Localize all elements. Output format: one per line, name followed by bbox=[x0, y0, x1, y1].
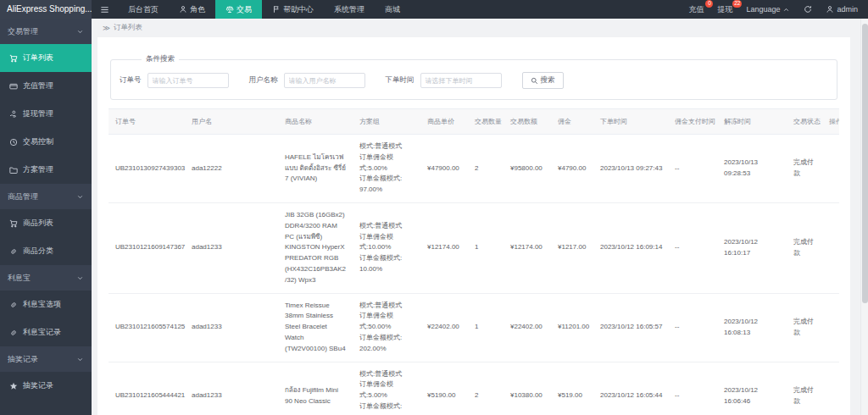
order-no-input[interactable] bbox=[147, 73, 229, 88]
user-menu[interactable]: admin bbox=[826, 5, 858, 14]
order-no-field: 订单号 bbox=[120, 73, 229, 88]
chevron-up-icon bbox=[782, 6, 790, 14]
table-row: UB2310121605444421 adad1233 กล้อง Fujifi… bbox=[108, 362, 839, 415]
link-icon bbox=[9, 329, 18, 337]
sidebar-item-lottery-records[interactable]: 抽奖记录 bbox=[0, 372, 92, 400]
sidebar-group-lottery[interactable]: 抽奖记录 bbox=[0, 346, 92, 372]
username-label: admin bbox=[837, 5, 858, 14]
cell-plan-group: 模式:普通模式 订单佣金模式:5.00% 订单金额模式: 97.00% bbox=[353, 135, 420, 203]
cell-commission: ¥4790.00 bbox=[551, 135, 593, 203]
cell-commission-pay-time: -- bbox=[668, 135, 717, 203]
sidebar-group-interest[interactable]: 利息宝 bbox=[0, 265, 92, 290]
order-time-field: 下单时间 bbox=[386, 73, 502, 88]
nav-item-system[interactable]: 系统管理 bbox=[324, 0, 375, 19]
language-dropdown[interactable]: Language bbox=[746, 5, 790, 14]
withdraw-link[interactable]: 提现 22 bbox=[717, 4, 732, 15]
nav-item-home[interactable]: 后台首页 bbox=[118, 0, 169, 19]
search-fieldset: 条件搜索 订单号 用户名称 下单时间 搜索 bbox=[110, 54, 837, 100]
sidebar-group-trade[interactable]: 交易管理 bbox=[0, 19, 92, 44]
cell-commission: ¥11201.00 bbox=[551, 293, 593, 362]
sidebar-item-interest-options[interactable]: 利息宝选项 bbox=[0, 290, 92, 318]
col-product-name: 商品名称 bbox=[278, 109, 353, 135]
cell-product-name: HAFELE ไมโครเวฟแบบ ติดตั้งอิสระ ซีรี่ย์ … bbox=[278, 135, 353, 203]
search-legend: 条件搜索 bbox=[142, 54, 179, 64]
order-table-header: 订单号 用户名 商品名称 方案组 商品单价 交易数量 交易数额 佣金 下单时间 … bbox=[108, 109, 839, 135]
col-username: 用户名 bbox=[185, 109, 278, 135]
cell-quantity: 1 bbox=[468, 202, 504, 293]
cell-action bbox=[822, 293, 839, 362]
username-input[interactable] bbox=[284, 73, 365, 88]
sidebar-item-product-list[interactable]: 商品列表 bbox=[0, 209, 92, 237]
col-commission: 佣金 bbox=[551, 109, 593, 135]
hamburger-icon bbox=[100, 5, 109, 14]
sidebar-item-recharge[interactable]: 充值管理 bbox=[0, 72, 92, 100]
nav-item-help-center[interactable]: 帮助中心 bbox=[262, 0, 324, 19]
cell-quantity: 1 bbox=[468, 293, 504, 362]
chevron-down-icon bbox=[76, 28, 84, 36]
cell-plan-group: 模式:普通模式 订单佣金模式:5.00% 订单金额模式: 97.00% bbox=[353, 362, 420, 415]
cell-unfreeze-time: 2023/10/12 16:10:17 bbox=[717, 202, 787, 293]
page-scrollbar[interactable] bbox=[860, 19, 868, 415]
app-logo: AliExpress Shopping... bbox=[0, 0, 92, 19]
cell-username: adad1233 bbox=[185, 293, 278, 362]
col-action: 操作 bbox=[822, 109, 839, 135]
cell-commission-pay-time: -- bbox=[668, 293, 717, 362]
table-row: UB2310130927439303 ada12222 HAFELE ไมโคร… bbox=[108, 135, 839, 203]
sidebar-item-trade-control[interactable]: 交易控制 bbox=[0, 128, 92, 156]
cell-order-time: 2023/10/13 09:27:43 bbox=[593, 135, 668, 203]
col-unfreeze-time: 解冻时间 bbox=[717, 109, 787, 135]
recharge-link[interactable]: 充值 0 bbox=[688, 4, 704, 15]
sidebar-item-withdraw[interactable]: 提现管理 bbox=[0, 100, 92, 128]
scrollbar-thumb[interactable] bbox=[862, 24, 868, 303]
cell-amount: ¥22402.00 bbox=[504, 293, 551, 362]
refresh-button[interactable] bbox=[804, 5, 812, 14]
order-table-body: UB2310130927439303 ada12222 HAFELE ไมโคร… bbox=[108, 135, 839, 415]
cell-username: adad1233 bbox=[185, 362, 278, 415]
cell-quantity: 2 bbox=[468, 135, 504, 203]
refresh-icon bbox=[804, 5, 812, 14]
cell-order-time: 2023/10/12 16:09:14 bbox=[593, 202, 668, 293]
col-order-no: 订单号 bbox=[108, 109, 185, 135]
chevron-down-icon bbox=[76, 274, 84, 282]
main-content: ≫ 订单列表 条件搜索 订单号 用户名称 下单时间 bbox=[92, 19, 860, 415]
col-plan-group: 方案组 bbox=[353, 109, 420, 135]
sidebar-item-product-category[interactable]: 商品分类 bbox=[0, 237, 92, 265]
cell-amount: ¥95800.00 bbox=[504, 135, 551, 203]
folder-icon bbox=[9, 166, 18, 174]
cell-unit-price: ¥12174.00 bbox=[420, 202, 468, 293]
col-unit-price: 商品单价 bbox=[420, 109, 468, 135]
cell-product-name: กล้อง Fujifilm Mini 90 Neo Classic bbox=[278, 362, 353, 415]
cell-status: 完成付款 bbox=[787, 135, 822, 203]
withdraw-hand-icon bbox=[9, 110, 18, 119]
menu-toggle-button[interactable] bbox=[92, 0, 118, 19]
cell-amount: ¥12174.00 bbox=[504, 202, 551, 293]
cell-amount: ¥10380.00 bbox=[504, 362, 551, 415]
sidebar-item-order-list[interactable]: 订单列表 bbox=[0, 44, 92, 72]
cell-commission: ¥1217.00 bbox=[551, 202, 593, 293]
cell-unit-price: ¥22402.00 bbox=[420, 293, 468, 362]
cell-plan-group: 模式:普通模式 订单佣金模式:10.00% 订单金额模式: 10.00% bbox=[353, 202, 420, 293]
topbar: AliExpress Shopping... 后台首页 角色 交易 帮助中心 系… bbox=[0, 0, 868, 19]
top-nav: 后台首页 角色 交易 帮助中心 系统管理 商城 bbox=[118, 0, 410, 19]
col-commission-pay-time: 佣金支付时间 bbox=[668, 109, 717, 135]
nav-item-roles[interactable]: 角色 bbox=[169, 0, 215, 19]
col-quantity: 交易数量 bbox=[468, 109, 504, 135]
clock-icon bbox=[9, 138, 18, 147]
cell-quantity: 2 bbox=[468, 362, 504, 415]
nav-item-mall[interactable]: 商城 bbox=[375, 0, 410, 19]
sidebar-item-interest-records[interactable]: 利息宝记录 bbox=[0, 318, 92, 346]
cell-username: adad1233 bbox=[185, 202, 278, 293]
cell-unit-price: ¥5190.00 bbox=[420, 362, 468, 415]
sidebar-item-plan-management[interactable]: 方案管理 bbox=[0, 156, 92, 184]
search-button[interactable]: 搜索 bbox=[522, 72, 564, 89]
cell-status: 完成付款 bbox=[787, 293, 822, 362]
chevron-down-icon bbox=[76, 356, 84, 363]
cell-unfreeze-time: 2023/10/13 09:28:53 bbox=[717, 135, 787, 203]
cell-order-time: 2023/10/12 16:05:44 bbox=[593, 362, 668, 415]
star-icon bbox=[9, 382, 18, 390]
cell-product-name: Timex Reissue 38mm Stainless Steel Brace… bbox=[278, 293, 353, 362]
sidebar-group-products[interactable]: 商品管理 bbox=[0, 184, 92, 209]
order-time-input[interactable] bbox=[420, 73, 502, 88]
cell-commission: ¥519.00 bbox=[551, 362, 593, 415]
nav-item-trade[interactable]: 交易 bbox=[215, 0, 262, 19]
